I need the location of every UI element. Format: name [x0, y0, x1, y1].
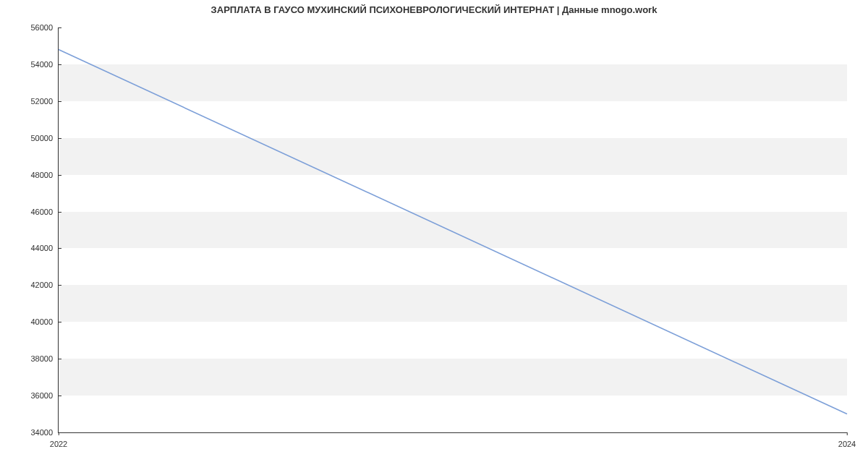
- x-tick-label: 2022: [50, 432, 67, 448]
- y-tick-label: 50000: [30, 134, 59, 142]
- line-layer: [59, 27, 847, 432]
- y-tick-label: 46000: [30, 208, 59, 216]
- y-tick-label: 44000: [30, 244, 59, 252]
- y-tick-label: 36000: [30, 391, 59, 400]
- chart-title: ЗАРПЛАТА В ГАУСО МУХИНСКИЙ ПСИХОНЕВРОЛОГ…: [0, 4, 868, 15]
- series-line: [59, 50, 847, 414]
- y-tick-label: 42000: [30, 281, 59, 289]
- x-tick-label: 2024: [838, 432, 856, 448]
- y-tick-label: 48000: [30, 171, 59, 179]
- y-tick-label: 52000: [30, 97, 59, 106]
- y-tick-label: 38000: [30, 354, 59, 363]
- y-tick-label: 56000: [30, 23, 59, 32]
- y-tick-label: 40000: [30, 317, 59, 326]
- chart-container: ЗАРПЛАТА В ГАУСО МУХИНСКИЙ ПСИХОНЕВРОЛОГ…: [0, 0, 868, 470]
- plot-area: 3400036000380004000042000440004600048000…: [58, 27, 847, 433]
- y-tick-label: 54000: [30, 60, 59, 69]
